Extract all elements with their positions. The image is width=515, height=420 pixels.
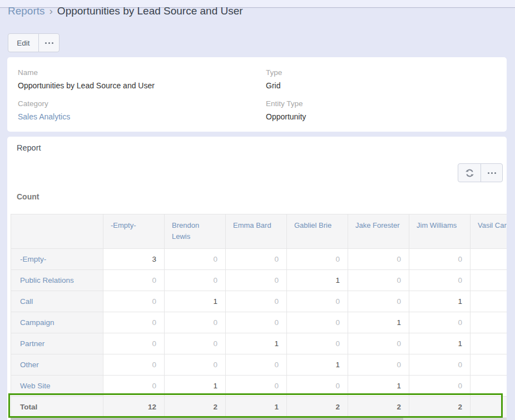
grid-value-cell[interactable]: 0 (226, 312, 287, 333)
grid-value-cell[interactable]: 1 (165, 291, 226, 312)
grid-value-cell[interactable]: 0 (409, 249, 471, 270)
grid-value-cell[interactable]: 0 (226, 376, 287, 397)
record-more-button[interactable] (38, 33, 60, 52)
grid-value-cell[interactable]: 0 (103, 333, 165, 354)
grid-data-row: Public Relations000100 (11, 270, 507, 291)
grid-row-header-link[interactable]: Other (20, 361, 39, 369)
grid-value-cell[interactable]: 0 (409, 312, 471, 333)
field-value: Opportunity (266, 112, 306, 121)
grid-value-cell[interactable]: 0 (226, 354, 287, 376)
app-screen: Reports›Opportunities by Lead Source and… (0, 0, 515, 420)
grid-value-cell[interactable]: 0 (348, 333, 409, 354)
grid-data-row: -Empty-300000 (11, 249, 507, 270)
grid-value-cell[interactable]: 0 (103, 354, 165, 376)
grid-value-cell[interactable] (471, 249, 507, 270)
grid-value-cell[interactable]: 1 (348, 376, 409, 397)
edit-button[interactable]: Edit (8, 33, 39, 52)
refresh-icon (465, 168, 474, 178)
grid-value-cell[interactable]: 0 (226, 291, 287, 312)
report-actions-group (458, 163, 503, 182)
grid-value-cell[interactable]: 0 (348, 354, 409, 376)
grid-value-cell[interactable]: 0 (226, 270, 287, 291)
grid-value-cell[interactable]: 1 (165, 376, 226, 397)
grid-value-cell[interactable]: 12 (103, 397, 165, 418)
grid-value-cell[interactable] (471, 354, 507, 376)
grid-value-cell[interactable]: 1 (226, 397, 287, 418)
grid-value-cell[interactable]: 0 (348, 249, 409, 270)
grid-value-cell[interactable]: 1 (409, 333, 471, 354)
grid-value-cell[interactable]: 0 (103, 312, 165, 333)
scrollbar-thumb[interactable] (11, 418, 403, 420)
grid-value-cell[interactable]: 0 (287, 312, 348, 333)
grid-value-cell[interactable]: 0 (165, 270, 226, 291)
page-title: Opportunities by Lead Source and User (57, 5, 243, 17)
grid-value-cell[interactable]: 0 (226, 249, 287, 270)
grid-data-row: Campaign000010 (11, 312, 507, 333)
grid-value-cell[interactable]: 0 (348, 291, 409, 312)
grid-column-header-link[interactable]: Jake Forester (355, 221, 399, 229)
grid-value-cell[interactable]: 2 (287, 397, 348, 418)
grid-value-cell[interactable]: 2 (165, 397, 226, 418)
grid-value-cell[interactable]: 0 (409, 354, 471, 376)
grid-value-cell[interactable]: 0 (103, 291, 165, 312)
grid-value-cell[interactable]: 0 (287, 249, 348, 270)
grid-value-cell[interactable]: 0 (165, 312, 226, 333)
grid-value-cell[interactable] (471, 333, 507, 354)
grid-row-header-link[interactable]: Call (20, 297, 33, 306)
grid-row-header-link[interactable]: Web Site (20, 382, 51, 390)
grid-value-cell[interactable]: 0 (409, 376, 471, 397)
grid-value-cell[interactable]: 0 (103, 376, 165, 397)
report-more-button[interactable] (481, 163, 503, 182)
grid-column-header: Jake Forester (348, 214, 409, 249)
grid-corner-cell (11, 214, 103, 249)
grid-value-cell[interactable]: 0 (348, 270, 409, 291)
grid-column-header: -Empty- (103, 214, 165, 249)
grid-value-cell[interactable] (471, 291, 507, 312)
ellipsis-icon (44, 42, 54, 44)
grid-value-cell[interactable]: 0 (165, 249, 226, 270)
grid-column-header-link[interactable]: -Empty- (111, 221, 136, 229)
grid-row-header-link[interactable]: -Empty- (20, 255, 46, 263)
grid-row-header-link[interactable]: Partner (20, 339, 44, 348)
report-panel: Report Count -Empty-Brendon LewisEmma Ba… (7, 137, 507, 420)
grid-value-cell[interactable]: 0 (165, 354, 226, 376)
grid-value-cell[interactable]: 2 (348, 397, 409, 418)
report-panel-title: Report (17, 143, 41, 152)
grid-value-cell[interactable]: 1 (287, 270, 348, 291)
grid-value-cell[interactable]: 0 (103, 270, 165, 291)
grid-value-cell[interactable]: 3 (103, 249, 165, 270)
grid-value-cell[interactable] (471, 312, 507, 333)
grid-value-cell[interactable] (471, 270, 507, 291)
field-category: Category Sales Analytics (18, 99, 70, 121)
grid-body: -Empty-300000Public Relations000100Call0… (11, 249, 507, 418)
field-label: Category (18, 99, 70, 108)
grid-column-header-link[interactable]: Jim Williams (417, 221, 457, 229)
grid-value-cell[interactable]: 1 (226, 333, 287, 354)
grid-column-header-link[interactable]: Brendon Lewis (172, 221, 199, 241)
refresh-button[interactable] (458, 163, 481, 182)
grid-row-header-link[interactable]: Public Relations (20, 276, 74, 284)
horizontal-scrollbar[interactable] (11, 418, 507, 420)
grid-column-header-link[interactable]: Emma Bard (233, 221, 271, 229)
grid-column-header-link[interactable]: Vasil Carta (478, 221, 507, 229)
grid-total-row: Total1221222 (11, 397, 507, 418)
grid-value-cell[interactable]: 1 (348, 312, 409, 333)
grid-row-header: Other (11, 354, 103, 376)
grid-value-cell[interactable]: 0 (165, 333, 226, 354)
grid-value-cell[interactable]: 0 (409, 270, 471, 291)
grid-value-cell[interactable] (471, 397, 507, 418)
grid-value-cell[interactable]: 0 (287, 333, 348, 354)
breadcrumb-separator: › (49, 5, 53, 17)
grid-column-header-link[interactable]: Gabliel Brie (294, 221, 331, 229)
grid-value-cell[interactable]: 2 (409, 397, 471, 418)
grid-row-header-link[interactable]: Campaign (20, 318, 55, 327)
grid-value-cell[interactable]: 1 (287, 354, 348, 376)
grid-value-cell[interactable]: 1 (409, 291, 471, 312)
grid-report-scroll-area: -Empty-Brendon LewisEmma BardGabliel Bri… (11, 214, 507, 418)
category-link[interactable]: Sales Analytics (18, 112, 70, 121)
grid-column-header: Emma Bard (226, 214, 287, 249)
grid-value-cell[interactable] (471, 376, 507, 397)
breadcrumb-reports-link[interactable]: Reports (8, 5, 45, 17)
grid-value-cell[interactable]: 0 (287, 376, 348, 397)
grid-value-cell[interactable]: 0 (287, 291, 348, 312)
